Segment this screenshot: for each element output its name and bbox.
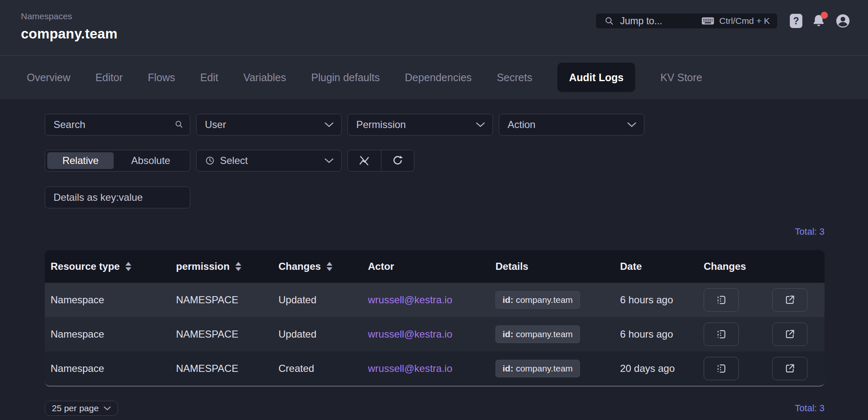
user-filter-select[interactable]: User: [196, 114, 342, 136]
table-row: Namespace NAMESPACE Updated wrussell@kes…: [45, 283, 825, 317]
table-row: Namespace NAMESPACE Updated wrussell@kes…: [45, 317, 825, 351]
details-chip: id:company.team: [495, 291, 580, 309]
changes-diff-icon: [716, 363, 727, 374]
column-header-date: Date: [620, 261, 704, 272]
column-header-details: Details: [495, 261, 620, 272]
row-actions: [704, 357, 825, 380]
open-in-new-icon: [784, 329, 795, 340]
total-count-bottom: Total: 3: [795, 403, 825, 414]
time-range-label: Select: [220, 155, 324, 166]
tab-kv-store[interactable]: KV Store: [660, 72, 702, 84]
chevron-down-icon: [104, 406, 111, 411]
refresh-icon: [392, 155, 403, 166]
open-in-new-icon: [784, 363, 795, 374]
open-detail-button[interactable]: [772, 323, 807, 346]
changes-diff-icon: [716, 329, 727, 340]
time-mode-relative[interactable]: Relative: [47, 152, 114, 169]
view-changes-button[interactable]: [704, 323, 739, 346]
keyboard-icon: [702, 17, 714, 25]
action-filter-select[interactable]: Action: [499, 114, 644, 136]
cell-permission: NAMESPACE: [176, 363, 278, 374]
cell-change: Created: [278, 363, 368, 374]
permission-filter-label: Permission: [356, 119, 476, 131]
cell-change: Updated: [278, 328, 368, 340]
row-actions: [704, 288, 825, 312]
details-chip: id:company.team: [495, 325, 580, 343]
sort-icon[interactable]: [235, 262, 241, 271]
actor-link[interactable]: wrussell@kestra.io: [368, 363, 495, 374]
details-chip: id:company.team: [495, 360, 580, 377]
cell-permission: NAMESPACE: [176, 294, 278, 306]
open-in-new-icon: [784, 295, 795, 305]
help-button[interactable]: ?: [790, 14, 802, 28]
topbar-actions: Jump to... Ctrl/Cmd + K ?: [595, 13, 851, 29]
notification-badge: [821, 12, 828, 19]
tab-plugin-defaults[interactable]: Plugin defaults: [311, 72, 380, 84]
cell-date: 6 hours ago: [620, 294, 704, 306]
table-row: Namespace NAMESPACE Created wrussell@kes…: [45, 351, 825, 386]
open-detail-button[interactable]: [772, 288, 807, 312]
sort-icon[interactable]: [327, 262, 332, 271]
cell-resource-type: Namespace: [51, 294, 176, 306]
time-mode-absolute[interactable]: Absolute: [114, 152, 188, 169]
refresh-button[interactable]: [381, 150, 414, 171]
tab-edit[interactable]: Edit: [200, 72, 218, 84]
row-actions: [704, 323, 825, 346]
page-title: company.team: [21, 26, 117, 42]
column-header-permission: permission: [176, 261, 278, 272]
tab-variables[interactable]: Variables: [243, 72, 286, 84]
per-page-select[interactable]: 25 per page: [45, 401, 118, 416]
chevron-down-icon: [476, 122, 485, 128]
cell-date: 6 hours ago: [620, 328, 704, 340]
top-header: Namespaces company.team Jump to... Ctrl/…: [0, 0, 868, 56]
cell-permission: NAMESPACE: [176, 328, 278, 340]
global-search-placeholder: Jump to...: [620, 15, 702, 27]
changes-diff-icon: [716, 295, 727, 305]
permission-filter-select[interactable]: Permission: [347, 114, 493, 136]
global-search[interactable]: Jump to... Ctrl/Cmd + K: [595, 13, 778, 29]
tab-dependencies[interactable]: Dependencies: [405, 72, 472, 84]
avatar-icon: [835, 13, 851, 29]
search-filter-input[interactable]: [45, 114, 190, 136]
audit-logs-table: Resource type permission Changes Actor D…: [45, 250, 825, 387]
breadcrumb[interactable]: Namespaces: [21, 11, 117, 22]
cell-date: 20 days ago: [620, 363, 704, 374]
tab-overview[interactable]: Overview: [27, 72, 70, 84]
tab-secrets[interactable]: Secrets: [497, 72, 532, 84]
search-icon: [174, 120, 184, 131]
per-page-label: 25 per page: [52, 403, 99, 413]
help-icon: ?: [793, 15, 799, 27]
actor-link[interactable]: wrussell@kestra.io: [368, 328, 495, 340]
open-detail-button[interactable]: [772, 357, 807, 380]
tab-editor[interactable]: Editor: [95, 72, 123, 84]
clock-icon: [205, 156, 215, 166]
cell-resource-type: Namespace: [51, 328, 176, 340]
filters: User Permission Action Relative Absolute: [45, 114, 868, 208]
column-header-actor: Actor: [368, 261, 495, 272]
search-icon: [604, 16, 614, 26]
actor-link[interactable]: wrussell@kestra.io: [368, 294, 495, 306]
chevron-down-icon: [324, 158, 334, 164]
user-filter-label: User: [205, 119, 324, 131]
details-filter-input[interactable]: [45, 187, 190, 208]
sort-icon[interactable]: [125, 262, 131, 271]
chart-off-icon: [358, 155, 370, 166]
chevron-down-icon: [627, 122, 636, 128]
tab-audit-logs[interactable]: Audit Logs: [557, 63, 636, 92]
table-footer: 25 per page Total: 3: [45, 401, 825, 416]
app-root: Namespaces company.team Jump to... Ctrl/…: [0, 0, 868, 420]
view-changes-button[interactable]: [704, 357, 739, 380]
view-changes-button[interactable]: [704, 288, 739, 312]
namespace-tabs: Overview Editor Flows Edit Variables Plu…: [0, 56, 868, 99]
user-menu-button[interactable]: [835, 13, 851, 29]
toggle-charts-button[interactable]: [348, 150, 381, 171]
global-search-shortcut: Ctrl/Cmd + K: [719, 16, 770, 26]
cell-change: Updated: [278, 294, 368, 306]
total-count-top: Total: 3: [0, 226, 825, 237]
column-header-changes: Changes: [278, 261, 368, 272]
column-header-resource-type: Resource type: [51, 261, 176, 272]
cell-resource-type: Namespace: [51, 363, 176, 374]
tab-flows[interactable]: Flows: [148, 72, 175, 84]
time-range-select[interactable]: Select: [196, 150, 342, 172]
notifications-button[interactable]: [812, 13, 826, 28]
